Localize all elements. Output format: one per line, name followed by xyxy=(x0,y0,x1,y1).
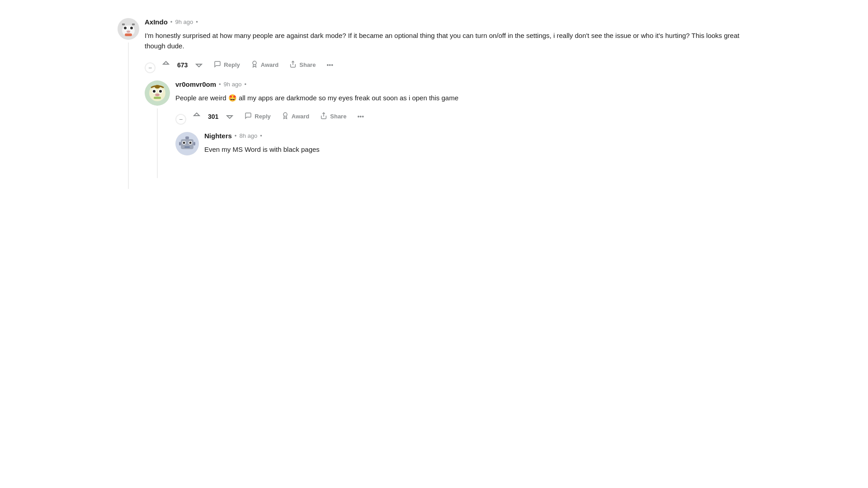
reply2-timestamp: 8h ago xyxy=(239,132,257,139)
reply2-body: Nighters • 8h ago • Even my MS Word is w… xyxy=(204,132,750,167)
downvote-icon xyxy=(195,60,203,70)
reply-text: People are weird 🤩 all my apps are darkm… xyxy=(175,93,750,103)
upvote-icon xyxy=(162,60,170,70)
reply-collapse-button[interactable]: − xyxy=(175,114,186,125)
reply-upvote-icon xyxy=(193,112,201,121)
comment-item: AxIndo • 9h ago • I'm honestly surprised… xyxy=(118,18,750,189)
reply-dot-2: • xyxy=(244,81,246,88)
more-icon: ••• xyxy=(326,61,333,69)
downvote-button[interactable] xyxy=(190,57,208,72)
reply-more-button[interactable]: ••• xyxy=(353,110,368,123)
reply-award-label: Award xyxy=(292,113,310,120)
reply2-dot-2: • xyxy=(260,132,262,139)
reply-award-button[interactable]: Award xyxy=(277,109,314,123)
reply-vote-count: 301 xyxy=(208,113,218,120)
reply2-meta: Nighters • 8h ago • xyxy=(204,132,750,140)
vote-count: 673 xyxy=(177,61,188,69)
share-label: Share xyxy=(299,61,316,68)
reply-label: Reply xyxy=(224,61,240,68)
svg-point-16 xyxy=(153,90,156,93)
upvote-button[interactable] xyxy=(157,57,175,72)
svg-point-4 xyxy=(124,27,127,29)
reply-share-icon xyxy=(320,112,327,121)
comment-left-col xyxy=(118,18,139,189)
reply-meta: vr0omvr0om • 9h ago • xyxy=(175,80,750,88)
reply-avatar xyxy=(145,80,170,106)
vote-group: 673 xyxy=(157,57,208,72)
reply-actions: − 301 xyxy=(175,108,750,125)
svg-rect-30 xyxy=(185,136,189,139)
timestamp: 9h ago xyxy=(175,19,193,25)
reply-award-icon xyxy=(282,112,289,121)
reply2-dot: • xyxy=(235,132,237,139)
svg-rect-31 xyxy=(179,142,181,145)
svg-rect-9 xyxy=(125,33,132,36)
reply-reply-button[interactable]: Reply xyxy=(240,109,275,123)
reply-dot: • xyxy=(219,81,221,88)
svg-point-10 xyxy=(253,61,256,65)
reply-comment: vr0omvr0om • 9h ago • People are weird 🤩… xyxy=(145,80,750,178)
reply-downvote-icon xyxy=(226,112,234,121)
svg-point-6 xyxy=(127,31,130,33)
comment-thread: AxIndo • 9h ago • I'm honestly surprised… xyxy=(118,18,750,189)
reply-button[interactable]: Reply xyxy=(209,58,244,72)
reply-body: vr0omvr0om • 9h ago • People are weird 🤩… xyxy=(175,80,750,178)
reply-upvote-button[interactable] xyxy=(188,109,205,124)
svg-rect-32 xyxy=(193,142,195,145)
svg-rect-20 xyxy=(154,97,161,99)
reply-reply-label: Reply xyxy=(255,113,270,120)
award-icon xyxy=(251,61,258,69)
reply-downvote-button[interactable] xyxy=(221,109,238,124)
svg-rect-29 xyxy=(184,146,190,148)
reply-share-label: Share xyxy=(330,113,346,120)
svg-point-17 xyxy=(159,90,162,93)
reply2-username: Nighters xyxy=(204,132,232,140)
reply-share-button[interactable]: Share xyxy=(316,109,351,123)
svg-rect-8 xyxy=(132,23,135,25)
reply-reply-icon xyxy=(245,112,252,121)
reply-username: vr0omvr0om xyxy=(175,80,216,88)
svg-point-19 xyxy=(155,85,160,89)
reply-more-icon: ••• xyxy=(357,113,364,120)
svg-point-18 xyxy=(155,94,160,96)
avatar xyxy=(118,18,139,40)
award-label: Award xyxy=(261,61,279,68)
collapse-icon: − xyxy=(148,64,152,71)
reply-vote-group: 301 xyxy=(188,109,238,124)
svg-point-5 xyxy=(130,27,133,29)
collapse-button[interactable]: − xyxy=(145,62,156,73)
share-icon xyxy=(289,61,297,69)
comment-text: I'm honestly surprised at how many peopl… xyxy=(145,30,750,52)
svg-rect-7 xyxy=(122,23,125,25)
reply2-avatar xyxy=(175,132,199,155)
username: AxIndo xyxy=(145,18,168,26)
comment-meta: AxIndo • 9h ago • xyxy=(145,18,750,26)
reply-thread-line xyxy=(157,108,158,178)
reply-collapse-icon: − xyxy=(179,116,183,123)
reply-timestamp: 9h ago xyxy=(224,81,242,88)
comment-body: AxIndo • 9h ago • I'm honestly surprised… xyxy=(145,18,750,189)
svg-point-21 xyxy=(283,113,287,117)
reply-icon xyxy=(214,61,221,69)
comment-actions: − 673 xyxy=(145,57,750,73)
award-button[interactable]: Award xyxy=(246,58,283,72)
svg-point-28 xyxy=(189,141,192,144)
reply2-text: Even my MS Word is with black pages xyxy=(204,144,750,155)
share-button[interactable]: Share xyxy=(285,58,320,72)
dot-separator: • xyxy=(170,19,173,25)
reply-left-col xyxy=(145,80,170,178)
reply2-left-col xyxy=(175,132,199,167)
svg-point-27 xyxy=(183,141,185,144)
more-button[interactable]: ••• xyxy=(322,59,338,71)
dot-separator-2: • xyxy=(196,19,198,25)
reply2-comment: Nighters • 8h ago • Even my MS Word is w… xyxy=(175,132,750,167)
thread-line xyxy=(128,42,129,189)
